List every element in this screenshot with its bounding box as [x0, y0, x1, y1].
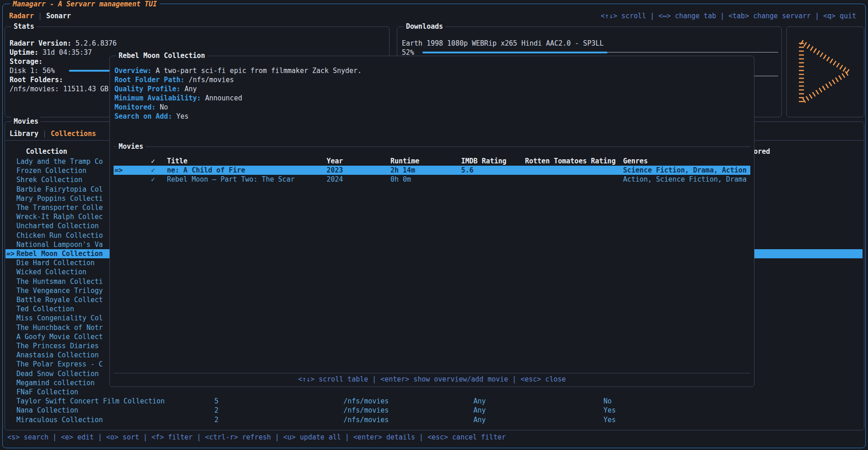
movies-panel-title: Movies	[11, 117, 41, 126]
collection-list-item[interactable]: Shrek Collection	[16, 175, 83, 184]
modal-field-line: Minimum Availability: Announced	[114, 94, 242, 103]
collection-list-item[interactable]: FNaF Collection	[16, 387, 78, 397]
movie-count: 2	[214, 406, 218, 415]
selection-arrow-icon: =>	[114, 166, 123, 175]
collection-table-row[interactable]: Taylor Swift Concert Film Collection5/nf…	[0, 397, 863, 406]
tab-separator-glyph: |	[38, 12, 42, 20]
play-triangle-icon	[797, 37, 854, 107]
modal-field-value: Announced	[201, 94, 242, 102]
movie-count: 2	[214, 415, 218, 424]
collection-list-item[interactable]: Die Hard Collection	[16, 258, 95, 267]
collection-list-item[interactable]: The Hunchback of Notr	[16, 323, 103, 332]
collection-list-item[interactable]: Wicked Collection	[16, 267, 87, 277]
downloads-panel-title: Downloads	[404, 22, 445, 31]
root-folder-value: /nfs/movies: 11511.43 GB	[10, 84, 109, 94]
tab-separator	[34, 12, 38, 20]
quality-profile: Any	[473, 406, 486, 415]
collection-list-item[interactable]: Miss Congeniality Col	[16, 314, 103, 323]
modal-field-label: Quality Profile:	[114, 85, 181, 93]
servarr-tab-radarr[interactable]: Radarr	[9, 12, 34, 20]
movie-imdb-rating: 5.6	[461, 166, 473, 175]
search-on-add: Yes	[603, 406, 616, 415]
collection-list-item[interactable]: The Vengeance Trilogy	[16, 286, 103, 295]
movie-year: 2024	[327, 175, 343, 184]
monitored-check-icon: ✓	[151, 175, 155, 184]
modal-field-value: A two-part sci-fi epic from filmmaker Za…	[151, 67, 362, 75]
collection-name: Miraculous Collection	[16, 415, 103, 424]
search-on-add: Yes	[603, 415, 616, 424]
movie-runtime: 2h 14m	[390, 166, 415, 175]
movies-subpanel-top-border	[114, 147, 750, 147]
modal-movies-header: Rotten Tomatoes Rating	[525, 157, 616, 166]
modal-movies-header: Title	[167, 157, 187, 166]
modal-field-line: Monitored: No	[114, 103, 168, 112]
modal-field-line: Overview: A two-part sci-fi epic from fi…	[114, 66, 362, 75]
movie-title: Rebel Moon – Part Two: The Scar	[167, 175, 295, 184]
modal-field-line: Search on Add: Yes	[114, 112, 189, 121]
modal-field-line: Quality Profile: Any	[114, 84, 197, 94]
movie-title: ne: A Child of Fire	[167, 166, 245, 175]
selection-arrow-icon: =>	[6, 249, 15, 258]
tab-collections[interactable]: Collections	[51, 130, 96, 138]
modal-field-label: Monitored:	[114, 103, 156, 111]
version-label: Radarr Version:	[10, 39, 71, 47]
managarr-app: Managarr - A Servarr management TUI Rada…	[0, 0, 868, 450]
uptime-value: 31d 04:35:37	[42, 48, 92, 57]
collection-list-item[interactable]: Wreck-It Ralph Collec	[16, 212, 103, 221]
collection-list-item[interactable]: The Transporter Colle	[16, 203, 103, 212]
tab-library[interactable]: Library	[10, 130, 38, 138]
collection-list-item[interactable]: Chicken Run Collectio	[16, 231, 103, 240]
collection-list-item[interactable]: The Polar Express - C	[16, 360, 103, 369]
modal-field-label: Root Folder Path:	[114, 76, 185, 84]
collection-list-item[interactable]: Mary Poppins Collecti	[16, 194, 103, 203]
quality-profile: Any	[473, 415, 486, 424]
collection-list-item[interactable]: Battle Royale Collect	[16, 295, 103, 304]
modal-field-value: /nfs/movies	[185, 76, 234, 84]
movies-tab-separator: |	[42, 130, 47, 138]
collection-list-item[interactable]: Uncharted Collection	[16, 221, 99, 230]
collection-list-item[interactable]: A Goofy Movie Collect	[16, 332, 103, 341]
modal-movies-header: Runtime	[390, 157, 419, 166]
movie-runtime: 0h 0m	[390, 175, 411, 184]
movies-tab-bar: Library | Collections	[10, 129, 96, 138]
modal-field-label: Minimum Availability:	[114, 94, 201, 102]
collection-name: Nana Collection	[16, 406, 78, 415]
movie-row[interactable]: ✓Rebel Moon – Part Two: The Scar20240h 0…	[110, 175, 750, 184]
movie-genres: Action, Science Fiction, Drama	[623, 175, 747, 184]
collection-details-modal: Rebel Moon Collection Movies <↑↓> scroll…	[109, 56, 754, 387]
collection-list-item[interactable]: Anastasia Collection	[16, 351, 99, 360]
modal-movies-header: IMDB Rating	[461, 157, 506, 166]
collection-table-row[interactable]: Nana Collection2/nfs/moviesAnyYes	[0, 406, 863, 415]
monitored-check-icon: ✓	[151, 166, 155, 175]
disk-usage-label: Disk 1: 56%	[10, 66, 55, 75]
collection-list-item[interactable]: The Huntsman Collecti	[16, 277, 103, 286]
modal-field-value: Any	[181, 85, 197, 93]
collection-list-item[interactable]: Dead Snow Collection	[16, 369, 99, 378]
collection-list-item[interactable]: Frozen Collection	[16, 166, 87, 175]
collection-list-item[interactable]: The Princess Diaries	[16, 341, 99, 351]
download-item-title: Earth 1998 1080p WEBRip x265 Hindi AAC2.…	[402, 39, 604, 48]
movies-subpanel-title: Movies	[116, 142, 146, 151]
collection-list-item[interactable]: Ted Collection	[16, 304, 74, 314]
uptime-label: Uptime:	[10, 48, 38, 57]
root-folders-label: Root Folders:	[10, 75, 63, 84]
collections-header-collection: Collection	[26, 147, 67, 156]
collection-name: Rebel Moon Collection	[16, 249, 103, 258]
modal-field-value: No	[156, 103, 168, 111]
modal-field-value: Yes	[172, 112, 188, 120]
quality-profile: Any	[473, 397, 486, 406]
collection-table-row[interactable]: Miraculous Collection2/nfs/moviesAnyYes	[0, 415, 863, 424]
collection-list-item[interactable]: Barbie Fairytopia Col	[16, 185, 103, 194]
logo-panel	[786, 26, 864, 117]
modal-movies-header: Year	[327, 157, 343, 166]
servarr-tab-sonarr[interactable]: Sonarr	[46, 12, 71, 20]
modal-help-text: <↑↓> scroll table | <enter> show overvie…	[110, 375, 754, 384]
movie-count: 5	[214, 397, 218, 406]
collection-list-item[interactable]: Lady and the Tramp Co	[16, 157, 103, 166]
modal-field-line: Root Folder Path: /nfs/movies	[114, 75, 234, 84]
collection-name: Taylor Swift Concert Film Collection	[16, 397, 165, 406]
search-on-add: No	[603, 397, 612, 406]
collection-list-item[interactable]: Megamind collection	[16, 378, 95, 387]
collection-list-item[interactable]: National Lampoon's Va	[16, 240, 103, 249]
movie-row-selected[interactable]: =>✓ne: A Child of Fire20232h 14m5.6Scien…	[114, 166, 750, 175]
